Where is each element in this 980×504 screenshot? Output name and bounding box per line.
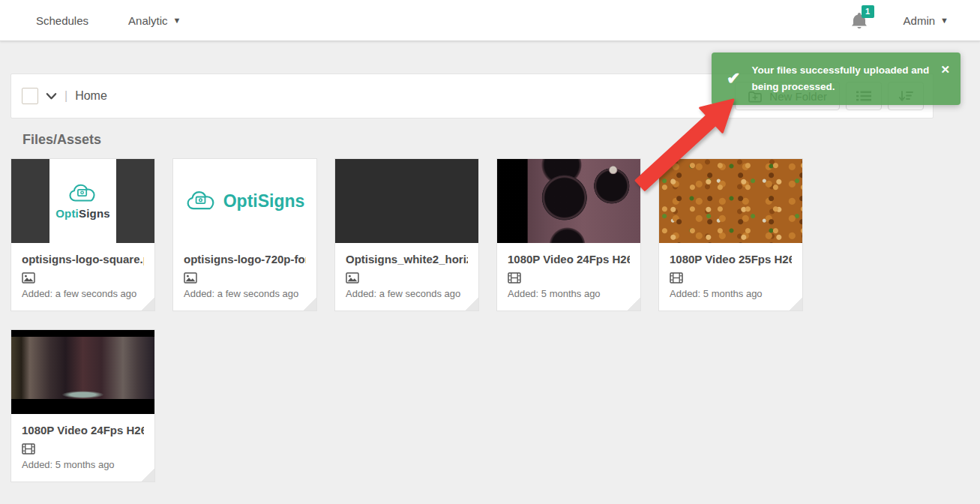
chevron-down-icon: ▼ bbox=[173, 16, 181, 25]
video-type-icon bbox=[670, 272, 792, 284]
file-card[interactable]: 1080P Video 24Fps H26… Added: 5 months a… bbox=[496, 158, 641, 311]
optisigns-wordmark: OptiSigns bbox=[55, 207, 110, 220]
breadcrumb-separator: | bbox=[64, 89, 67, 103]
file-title: 1080P Video 24Fps H26… bbox=[508, 253, 630, 266]
schedules-label: Schedules bbox=[36, 14, 88, 27]
nav-item-schedules[interactable]: Schedules bbox=[36, 14, 88, 27]
file-added-date: Added: 5 months ago bbox=[508, 288, 630, 299]
file-card-body: Optisigns_white2_horizo… Added: a few se… bbox=[335, 243, 478, 310]
notification-count-badge: 1 bbox=[862, 5, 874, 18]
card-corner-fold bbox=[465, 297, 478, 310]
card-corner-fold bbox=[141, 468, 154, 482]
analytic-label: Analytic bbox=[128, 14, 168, 27]
account-menu[interactable]: Admin ▼ bbox=[904, 14, 949, 27]
file-thumbnail bbox=[11, 330, 154, 414]
nav-item-analytic[interactable]: Analytic ▼ bbox=[128, 14, 181, 27]
breadcrumb-home[interactable]: Home bbox=[75, 89, 107, 103]
upload-success-toast: ✔ Your files successfully uploaded and b… bbox=[712, 52, 961, 105]
account-label: Admin bbox=[904, 14, 936, 27]
card-corner-fold bbox=[303, 297, 316, 310]
card-corner-fold bbox=[627, 297, 640, 310]
file-card-body: optisigns-logo-square.p… Added: a few se… bbox=[11, 243, 154, 310]
nav-left: Schedules Analytic ▼ bbox=[0, 14, 181, 27]
file-added-date: Added: 5 months ago bbox=[670, 288, 792, 299]
file-thumbnail bbox=[497, 159, 640, 243]
file-card[interactable]: 1080P Video 25Fps H26… Added: 5 months a… bbox=[658, 158, 803, 311]
file-card-body: 1080P Video 25Fps H26… Added: 5 months a… bbox=[659, 243, 802, 310]
video-type-icon bbox=[508, 272, 630, 284]
optisigns-wordmark: OptiSigns bbox=[223, 191, 305, 212]
video-type-icon bbox=[22, 443, 144, 455]
file-title: optisigns-logo-square.p… bbox=[22, 253, 144, 266]
optisigns-logo: OptiSigns bbox=[55, 183, 110, 220]
nav-right: 1 Admin ▼ bbox=[851, 11, 980, 29]
chevron-down-icon: ▼ bbox=[940, 16, 949, 25]
file-thumbnail: OptiSigns bbox=[11, 159, 154, 243]
file-added-date: Added: a few seconds ago bbox=[22, 288, 144, 299]
file-title: Optisigns_white2_horizo… bbox=[346, 253, 468, 266]
image-type-icon bbox=[184, 272, 306, 284]
image-type-icon bbox=[22, 272, 144, 284]
toast-close-button[interactable]: ✕ bbox=[940, 64, 950, 75]
notifications-button[interactable]: 1 bbox=[851, 11, 868, 29]
file-added-date: Added: 5 months ago bbox=[22, 459, 144, 470]
file-card-body: optisigns-logo-720p-for… Added: a few se… bbox=[173, 243, 316, 310]
chevron-down-icon[interactable] bbox=[46, 92, 57, 100]
file-title: 1080P Video 24Fps H26… bbox=[22, 424, 144, 436]
optisigns-cloud-icon bbox=[185, 190, 217, 212]
file-thumbnail bbox=[659, 159, 802, 243]
file-thumbnail: OptiSigns bbox=[173, 159, 316, 243]
toast-message: Your files successfully uploaded and bei… bbox=[751, 62, 930, 94]
file-title: 1080P Video 25Fps H26… bbox=[670, 253, 792, 266]
file-card[interactable]: OptiSigns optisigns-logo-square.p… Added… bbox=[10, 158, 155, 311]
optisigns-cloud-icon bbox=[67, 183, 97, 204]
file-card[interactable]: 1080P Video 24Fps H26… Added: 5 months a… bbox=[10, 329, 155, 482]
file-card[interactable]: Optisigns_white2_horizo… Added: a few se… bbox=[334, 158, 479, 311]
select-all-checkbox[interactable] bbox=[22, 88, 38, 104]
file-title: optisigns-logo-720p-for… bbox=[184, 253, 306, 266]
main-content: | Home New Folder bbox=[10, 74, 970, 482]
file-thumbnail bbox=[335, 159, 478, 243]
file-card[interactable]: OptiSigns optisigns-logo-720p-for… Added… bbox=[172, 158, 317, 311]
check-icon: ✔ bbox=[727, 69, 740, 88]
card-corner-fold bbox=[141, 297, 154, 310]
top-navbar: Schedules Analytic ▼ 1 Admin ▼ bbox=[0, 0, 980, 41]
file-card-body: 1080P Video 24Fps H26… Added: 5 months a… bbox=[11, 414, 154, 482]
file-card-body: 1080P Video 24Fps H26… Added: 5 months a… bbox=[497, 243, 640, 310]
toolbar-left: | Home bbox=[20, 88, 107, 104]
card-corner-fold bbox=[789, 297, 802, 310]
files-assets-heading: Files/Assets bbox=[22, 132, 970, 148]
file-added-date: Added: a few seconds ago bbox=[184, 288, 306, 299]
files-grid: OptiSigns optisigns-logo-square.p… Added… bbox=[10, 158, 835, 482]
file-added-date: Added: a few seconds ago bbox=[346, 288, 468, 299]
image-type-icon bbox=[346, 272, 468, 284]
